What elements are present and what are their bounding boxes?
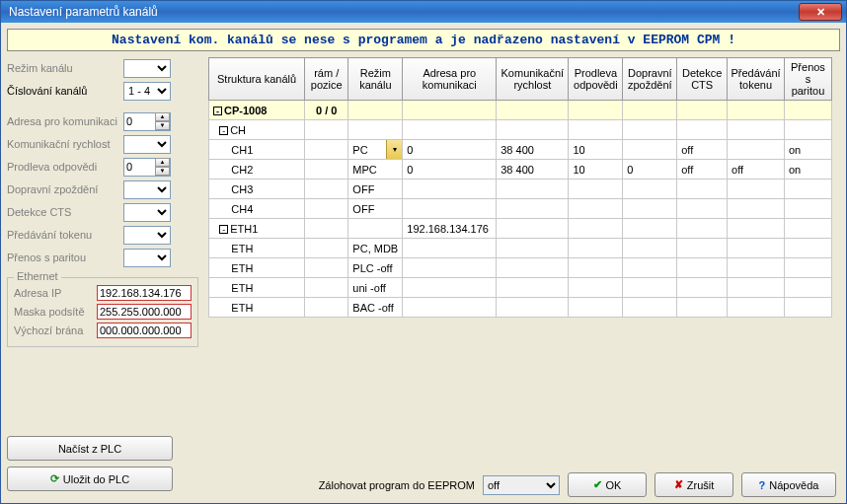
label-zpozdeni: Dopravní zpoždění [7,183,123,195]
help-button[interactable]: ?Nápověda [741,472,836,497]
select-cts[interactable] [123,203,171,222]
input-brana[interactable] [97,323,192,338]
table-row[interactable]: ETHuni -off [209,278,832,298]
input-maska[interactable] [97,304,192,320]
table-row[interactable]: -CP-10080 / 0 [209,101,832,120]
col-ram[interactable]: rám / pozice [305,58,348,101]
label-rezim-kanalu: Režim kanálu [7,62,123,74]
spin-down-icon[interactable]: ▼ [155,121,170,130]
table-row[interactable]: -CH [209,120,832,140]
label-token: Předávání tokenu [7,229,123,241]
col-parita[interactable]: Přenos s paritou [784,58,831,101]
col-cts[interactable]: Detekce CTS [677,58,728,101]
table-row[interactable]: CH1PC▾038 40010offon [209,140,832,160]
label-zalohovat: Zálohovat program do EEPROM [319,479,475,491]
reload-icon: ⟳ [50,472,59,485]
window-title: Nastavení parametrů kanálů [9,5,799,19]
spin-up-icon[interactable]: ▲ [155,158,170,167]
label-maska: Maska podsítě [14,306,97,318]
spin-down-icon[interactable]: ▼ [155,167,170,176]
tree-toggle-icon[interactable]: - [213,107,222,115]
cancel-button[interactable]: ✘Zrušit [654,472,733,497]
spin-prodleva[interactable]: ▲▼ [123,158,171,177]
table-row[interactable]: ETHBAC -off [209,298,832,318]
ethernet-group-title: Ethernet [14,270,61,282]
select-token[interactable] [123,226,171,245]
table-row[interactable]: ETHPLC -off [209,258,832,278]
left-panel: Režim kanálu Číslování kanálů 1 - 4 Adre… [7,57,198,497]
help-label: Nápověda [769,479,818,491]
titlebar: Nastavení parametrů kanálů ✕ [1,1,846,23]
tree-toggle-icon[interactable]: - [219,225,228,234]
chevron-down-icon[interactable]: ▾ [386,140,402,159]
table-row[interactable]: CH3OFF [209,180,832,199]
col-struktura[interactable]: Struktura kanálů [209,58,305,101]
x-icon: ✘ [674,478,683,491]
col-prodleva[interactable]: Prodleva odpovědi [569,58,623,101]
table-row[interactable]: -ETH1192.168.134.176 [209,219,832,239]
col-adresa[interactable]: Adresa pro komunikaci [403,58,497,101]
label-cts: Detekce CTS [7,206,123,218]
ok-label: OK [606,479,622,491]
warning-banner: Nastavení kom. kanálů se nese s programe… [7,29,840,51]
select-zpozdeni[interactable] [123,180,171,199]
close-button[interactable]: ✕ [799,3,842,21]
col-rezim[interactable]: Režim kanálu [348,58,403,101]
check-icon: ✔ [593,478,602,491]
right-panel: Struktura kanálů rám / pozice Režim kaná… [208,57,840,497]
ethernet-group: Ethernet Adresa IP Maska podsítě Výchozí… [7,277,198,347]
question-icon: ? [759,479,766,491]
table-row[interactable]: CH2MPC038 400100offoffon [209,160,832,180]
label-rychlost: Komunikační rychlost [7,138,123,150]
select-parita[interactable] [123,249,171,267]
label-prodleva: Prodleva odpovědi [7,161,123,173]
select-cislovani-kanalu[interactable]: 1 - 4 [123,82,171,101]
cancel-label: Zrušit [687,479,715,491]
label-adresa: Adresa pro komunikaci [7,115,123,127]
select-eeprom[interactable]: off [483,475,560,495]
label-parita: Přenos s paritou [7,252,123,263]
channels-grid[interactable]: Struktura kanálů rám / pozice Režim kaná… [208,57,832,318]
nacist-z-plc-button[interactable]: Načíst z PLC [7,436,173,461]
spin-adresa[interactable]: ▲▼ [123,112,171,131]
select-rezim-kanalu[interactable] [123,59,171,78]
table-row[interactable]: CH4OFF [209,199,832,219]
col-token[interactable]: Předávání tokenu [728,58,785,101]
input-adresa-ip[interactable] [97,285,192,301]
select-rychlost[interactable] [123,135,171,154]
ulozit-label: Uložit do PLC [63,473,129,485]
input-prodleva[interactable] [124,160,154,174]
tree-toggle-icon[interactable]: - [219,126,228,135]
close-icon: ✕ [816,6,825,19]
bottom-bar: Zálohovat program do EEPROM off ✔OK ✘Zru… [208,467,840,497]
ulozit-do-plc-button[interactable]: ⟳Uložit do PLC [7,467,173,491]
input-adresa[interactable] [124,114,154,128]
label-brana: Výchozí brána [14,324,97,336]
col-rychlost[interactable]: Komunikační rychlost [497,58,569,101]
spin-up-icon[interactable]: ▲ [155,112,170,121]
table-row[interactable]: ETHPC, MDB [209,239,832,258]
label-cislovani-kanalu: Číslování kanálů [7,85,123,97]
col-zpozdeni[interactable]: Dopravní zpoždění [623,58,677,101]
ok-button[interactable]: ✔OK [568,472,647,497]
label-adresa-ip: Adresa IP [14,287,97,299]
nacist-label: Načíst z PLC [58,443,121,455]
